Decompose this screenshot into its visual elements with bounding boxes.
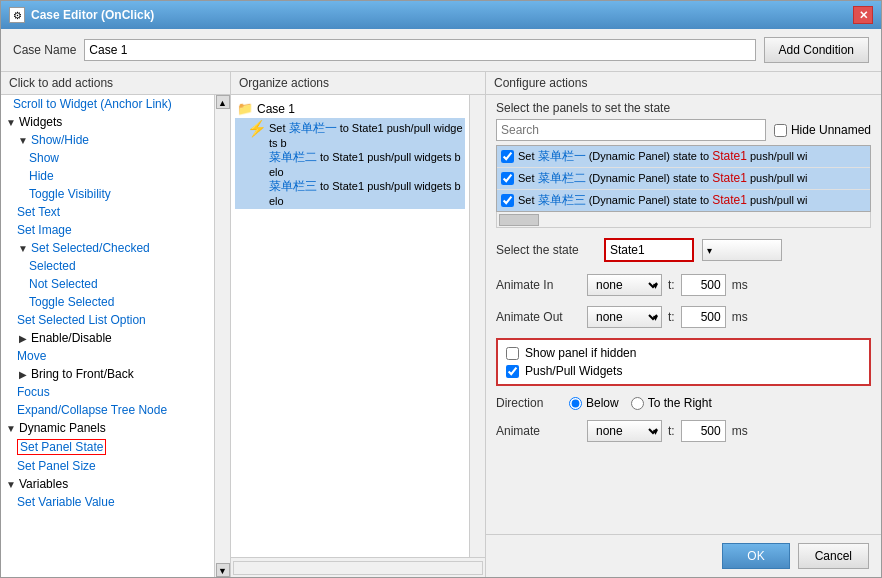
list-item[interactable]: Set Panel Size bbox=[1, 457, 214, 475]
hscroll-thumb[interactable] bbox=[499, 214, 539, 226]
right-panel: Configure actions Select the panels to s… bbox=[486, 72, 881, 577]
add-condition-button[interactable]: Add Condition bbox=[764, 37, 869, 63]
close-button[interactable]: ✕ bbox=[853, 6, 873, 24]
title-bar: ⚙ Case Editor (OnClick) ✕ bbox=[1, 1, 881, 29]
animate-bottom-t-label: t: bbox=[668, 424, 675, 438]
list-item[interactable]: Not Selected bbox=[1, 275, 214, 293]
animate-bottom-t-input[interactable] bbox=[681, 420, 726, 442]
list-item[interactable]: Focus bbox=[1, 383, 214, 401]
to-right-radio-item[interactable]: To the Right bbox=[631, 396, 712, 410]
list-item[interactable]: Toggle Selected bbox=[1, 293, 214, 311]
expander-icon: ▼ bbox=[5, 116, 17, 128]
left-list-content: Scroll to Widget (Anchor Link) ▼ Widgets… bbox=[1, 95, 214, 577]
expander-icon: ▶ bbox=[17, 332, 29, 344]
show-panel-row: Show panel if hidden bbox=[506, 344, 861, 362]
list-item[interactable]: Toggle Visibility bbox=[1, 185, 214, 203]
list-item[interactable]: Set Panel State bbox=[1, 437, 214, 457]
below-radio-item[interactable]: Below bbox=[569, 396, 619, 410]
list-item[interactable]: ▼ Set Selected/Checked bbox=[1, 239, 214, 257]
list-item[interactable]: Hide bbox=[1, 167, 214, 185]
panel-checkbox-2[interactable] bbox=[501, 172, 514, 185]
state-dropdown[interactable]: ▾ bbox=[702, 239, 782, 261]
left-item-dynamic-panels: Dynamic Panels bbox=[19, 421, 106, 435]
case-name-input[interactable] bbox=[84, 39, 755, 61]
left-item-widgets: Widgets bbox=[19, 115, 62, 129]
below-radio[interactable] bbox=[569, 397, 582, 410]
show-panel-checkbox[interactable] bbox=[506, 347, 519, 360]
scroll-down-button[interactable]: ▼ bbox=[216, 563, 230, 577]
expander-icon: ▶ bbox=[17, 368, 29, 380]
panels-list: Set 菜单栏一 (Dynamic Panel) state to State1… bbox=[496, 145, 871, 212]
middle-vscrollbar[interactable] bbox=[469, 95, 485, 557]
animate-in-select[interactable]: none bbox=[587, 274, 662, 296]
scroll-up-button[interactable]: ▲ bbox=[216, 95, 230, 109]
action-item[interactable]: ⚡ Set 菜单栏一 to State1 push/pull widgets b… bbox=[235, 118, 465, 209]
left-item-variables: Variables bbox=[19, 477, 68, 491]
options-box: Show panel if hidden Push/Pull Widgets bbox=[496, 338, 871, 386]
push-pull-row: Push/Pull Widgets bbox=[506, 362, 861, 380]
panel-list-row[interactable]: Set 菜单栏二 (Dynamic Panel) state to State1… bbox=[497, 168, 870, 190]
list-item[interactable]: Selected bbox=[1, 257, 214, 275]
animate-bottom-select[interactable]: none bbox=[587, 420, 662, 442]
left-item-toggle-selected: Toggle Selected bbox=[29, 295, 114, 309]
push-pull-checkbox[interactable] bbox=[506, 365, 519, 378]
panel-list-row[interactable]: Set 菜单栏三 (Dynamic Panel) state to State1… bbox=[497, 190, 870, 211]
left-item-bring-front-back: Bring to Front/Back bbox=[31, 367, 134, 381]
list-item[interactable]: ▼ Dynamic Panels bbox=[1, 419, 214, 437]
list-item[interactable]: Scroll to Widget (Anchor Link) bbox=[1, 95, 214, 113]
case-tree-root[interactable]: 📁 Case 1 bbox=[235, 99, 465, 118]
window-title: Case Editor (OnClick) bbox=[31, 8, 847, 22]
animate-out-select[interactable]: none bbox=[587, 306, 662, 328]
list-item[interactable]: Set Variable Value bbox=[1, 493, 214, 511]
state-dropdown-arrow: ▾ bbox=[707, 245, 712, 256]
left-scroll-container: Scroll to Widget (Anchor Link) ▼ Widgets… bbox=[1, 95, 230, 577]
animate-in-label: Animate In bbox=[496, 278, 581, 292]
list-item[interactable]: ▼ Widgets bbox=[1, 113, 214, 131]
animate-out-label: Animate Out bbox=[496, 310, 581, 324]
lightning-icon: ⚡ bbox=[247, 120, 267, 138]
list-item[interactable]: Set Text bbox=[1, 203, 214, 221]
left-vscrollbar[interactable]: ▲ ▼ bbox=[214, 95, 230, 577]
select-panels-title: Select the panels to set the state bbox=[496, 101, 871, 115]
left-item-set-image: Set Image bbox=[17, 223, 72, 237]
state-value-input[interactable] bbox=[604, 238, 694, 262]
panel-checkbox-1[interactable] bbox=[501, 150, 514, 163]
to-right-label: To the Right bbox=[648, 396, 712, 410]
list-item[interactable]: Set Image bbox=[1, 221, 214, 239]
left-item-set-text: Set Text bbox=[17, 205, 60, 219]
to-right-radio[interactable] bbox=[631, 397, 644, 410]
panel-label-2: Set 菜单栏二 (Dynamic Panel) state to State1… bbox=[518, 170, 807, 187]
animate-in-row: Animate In none t: ms bbox=[496, 272, 871, 298]
case-name-label: Case Name bbox=[13, 43, 76, 57]
middle-hscrollbar[interactable] bbox=[233, 561, 483, 575]
list-item[interactable]: ▶ Bring to Front/Back bbox=[1, 365, 214, 383]
panel-list-row[interactable]: Set 菜单栏一 (Dynamic Panel) state to State1… bbox=[497, 146, 870, 168]
cancel-button[interactable]: Cancel bbox=[798, 543, 869, 569]
animate-in-select-wrapper: none bbox=[587, 274, 662, 296]
list-item[interactable]: ▼ Variables bbox=[1, 475, 214, 493]
hide-unnamed-checkbox[interactable] bbox=[774, 124, 787, 137]
direction-label: Direction bbox=[496, 396, 561, 410]
left-item-not-selected: Not Selected bbox=[29, 277, 98, 291]
search-row: Hide Unnamed bbox=[496, 119, 871, 141]
ok-button[interactable]: OK bbox=[722, 543, 789, 569]
left-panel: Click to add actions Scroll to Widget (A… bbox=[1, 72, 231, 577]
animate-out-select-wrapper: none bbox=[587, 306, 662, 328]
direction-row: Direction Below To the Right bbox=[496, 394, 871, 412]
panels-hscrollbar[interactable] bbox=[496, 212, 871, 228]
list-item[interactable]: ▼ Show/Hide bbox=[1, 131, 214, 149]
animate-in-t-input[interactable] bbox=[681, 274, 726, 296]
list-item[interactable]: ▶ Enable/Disable bbox=[1, 329, 214, 347]
search-input[interactable] bbox=[496, 119, 766, 141]
list-item[interactable]: Set Selected List Option bbox=[1, 311, 214, 329]
list-item[interactable]: Move bbox=[1, 347, 214, 365]
left-item-move: Move bbox=[17, 349, 46, 363]
list-item[interactable]: Expand/Collapse Tree Node bbox=[1, 401, 214, 419]
animate-out-t-input[interactable] bbox=[681, 306, 726, 328]
expander-icon: ▼ bbox=[17, 242, 29, 254]
animate-in-ms-label: ms bbox=[732, 278, 748, 292]
list-item[interactable]: Show bbox=[1, 149, 214, 167]
panel-checkbox-3[interactable] bbox=[501, 194, 514, 207]
left-panel-title: Click to add actions bbox=[1, 72, 230, 95]
left-item-set-selected: Set Selected/Checked bbox=[31, 241, 150, 255]
